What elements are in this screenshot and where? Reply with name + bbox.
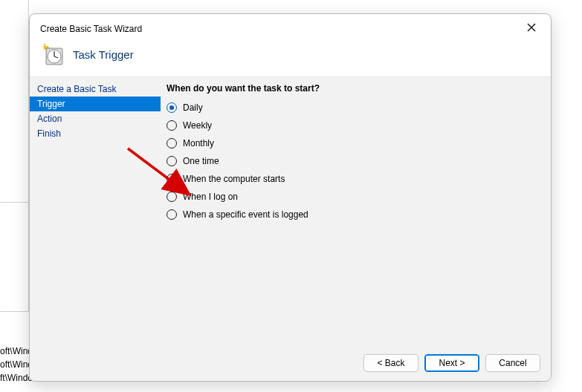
trigger-option-label: Weekly [183, 120, 212, 131]
trigger-option[interactable]: Daily [166, 102, 543, 113]
radio-icon [166, 209, 177, 220]
radio-icon [166, 192, 177, 202]
trigger-option[interactable]: One time [166, 156, 543, 166]
trigger-option[interactable]: When the computer starts [166, 174, 543, 184]
titlebar: Create Basic Task Wizard [30, 14, 551, 38]
wizard-step-title: Task Trigger [73, 48, 134, 61]
radio-icon [166, 102, 177, 113]
trigger-options-list: DailyWeeklyMonthlyOne timeWhen the compu… [166, 102, 543, 220]
background-divider [0, 202, 29, 203]
trigger-option[interactable]: When I log on [166, 192, 543, 202]
trigger-option[interactable]: Monthly [166, 138, 543, 148]
wizard-body: Create a Basic TaskTriggerActionFinish W… [30, 76, 551, 345]
trigger-option-label: When I log on [183, 192, 238, 202]
sidebar-step[interactable]: Action [30, 111, 161, 126]
wizard-dialog: Create Basic Task Wizard Task Trigger Cr… [29, 13, 552, 382]
trigger-option-label: Daily [183, 102, 203, 113]
sidebar-step[interactable]: Finish [30, 126, 161, 141]
trigger-option-label: One time [183, 156, 219, 166]
wizard-header: Task Trigger [30, 38, 551, 76]
wizard-steps-sidebar: Create a Basic TaskTriggerActionFinish [30, 77, 161, 345]
dialog-title: Create Basic Task Wizard [40, 24, 142, 34]
radio-icon [166, 120, 177, 131]
radio-icon [166, 174, 177, 184]
trigger-option-label: Monthly [183, 138, 214, 148]
close-icon [526, 22, 537, 33]
trigger-option-label: When the computer starts [183, 174, 285, 184]
wizard-main-panel: When do you want the task to start? Dail… [161, 77, 551, 345]
next-button[interactable]: Next > [424, 354, 479, 372]
trigger-option[interactable]: When a specific event is logged [166, 209, 543, 220]
sidebar-step[interactable]: Create a Basic Task [30, 82, 161, 97]
radio-icon [166, 138, 177, 148]
wizard-footer: < Back Next > Cancel [30, 345, 551, 381]
radio-icon [166, 156, 177, 166]
close-button[interactable] [526, 22, 540, 36]
cancel-button[interactable]: Cancel [485, 354, 540, 372]
clock-icon [40, 42, 64, 66]
background-panel [0, 0, 29, 312]
trigger-prompt: When do you want the task to start? [166, 83, 543, 94]
sidebar-step[interactable]: Trigger [30, 97, 161, 111]
trigger-option[interactable]: Weekly [166, 120, 543, 131]
trigger-option-label: When a specific event is logged [183, 209, 308, 220]
back-button[interactable]: < Back [363, 354, 418, 372]
